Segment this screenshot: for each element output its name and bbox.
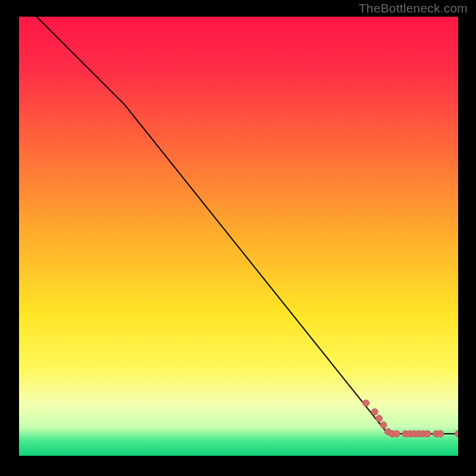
plot-area [19,17,458,456]
data-marker [371,409,378,415]
gradient-background [19,17,458,456]
data-marker [424,431,431,437]
data-marker [393,431,400,437]
data-marker [437,431,444,437]
data-marker [376,415,383,422]
chart-svg [19,17,458,456]
chart-stage: TheBottleneck.com [0,0,476,476]
watermark-text: TheBottleneck.com [359,1,468,15]
data-marker [380,422,387,428]
data-marker [363,400,369,406]
